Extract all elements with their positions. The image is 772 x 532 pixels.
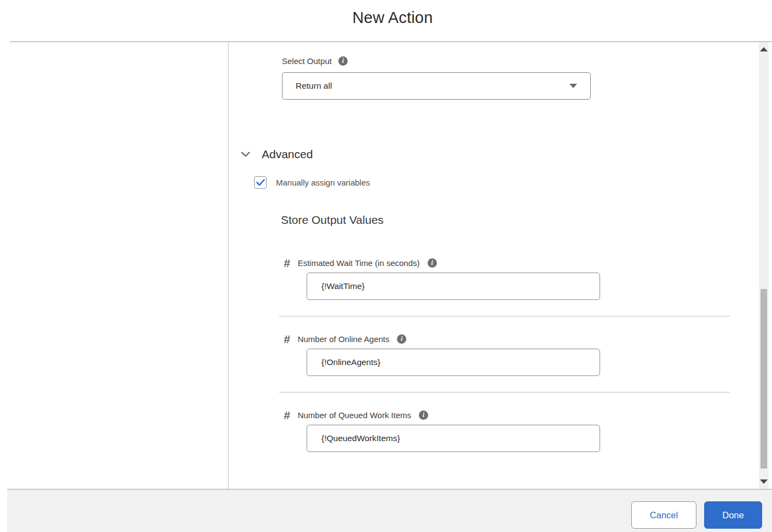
wait-time-label: Estimated Wait Time (in seconds) — [298, 258, 420, 268]
select-output-label: Select Output — [282, 56, 332, 66]
queued-work-items-input[interactable] — [307, 425, 600, 452]
advanced-section-label: Advanced — [262, 148, 313, 161]
number-type-icon: # — [284, 409, 290, 421]
manually-assign-label: Manually assign variables — [276, 178, 370, 187]
scrollbar-up-arrow-icon[interactable] — [760, 47, 768, 51]
queued-work-items-label-row: # Number of Queued Work Items i — [284, 409, 428, 421]
page-title: New Action — [7, 9, 772, 27]
new-action-modal: New Action Select Output i Return all Ad… — [0, 0, 772, 532]
online-agents-label-row: # Number of Online Agents i — [284, 333, 406, 345]
select-output-dropdown[interactable]: Return all — [282, 72, 591, 100]
wait-time-input[interactable] — [307, 273, 600, 300]
dropdown-arrow-icon — [569, 84, 577, 88]
number-type-icon: # — [284, 257, 290, 269]
done-button[interactable]: Done — [704, 501, 762, 529]
scrollbar-thumb[interactable] — [761, 289, 767, 469]
manually-assign-checkbox[interactable] — [254, 176, 267, 189]
panel-divider — [228, 42, 229, 489]
online-agents-input[interactable] — [307, 349, 600, 376]
wait-time-label-row: # Estimated Wait Time (in seconds) i — [284, 257, 437, 269]
header-divider — [10, 41, 772, 42]
chevron-down-icon — [241, 149, 250, 159]
store-output-values-heading: Store Output Values — [281, 213, 384, 227]
online-agents-label: Number of Online Agents — [298, 334, 390, 344]
cancel-button[interactable]: Cancel — [631, 501, 696, 529]
info-icon[interactable]: i — [397, 334, 406, 344]
field-divider — [279, 316, 730, 316]
info-icon[interactable]: i — [419, 410, 428, 420]
number-type-icon: # — [284, 333, 290, 345]
info-icon[interactable]: i — [428, 258, 437, 268]
manually-assign-row: Manually assign variables — [254, 176, 370, 189]
vertical-scrollbar[interactable] — [759, 42, 769, 489]
select-output-label-row: Select Output i — [282, 56, 348, 66]
queued-work-items-label: Number of Queued Work Items — [298, 410, 411, 420]
checkmark-icon — [256, 179, 265, 186]
advanced-section-toggle[interactable]: Advanced — [241, 148, 313, 161]
select-output-dropdown-value: Return all — [296, 81, 332, 91]
info-icon[interactable]: i — [338, 56, 348, 66]
field-divider — [279, 392, 730, 392]
scrollbar-down-arrow-icon[interactable] — [760, 479, 768, 484]
